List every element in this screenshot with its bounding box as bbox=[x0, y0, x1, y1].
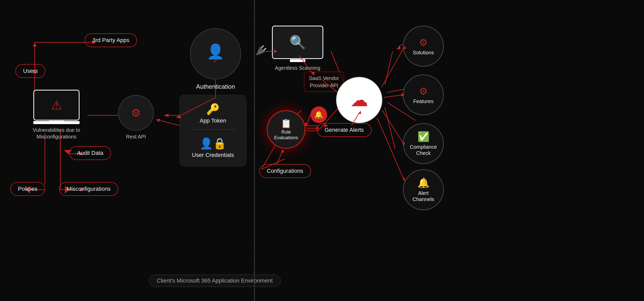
credentials-card-node: 🔑 App Token 👤🔒 User Credentials bbox=[180, 95, 246, 166]
vulnerabilities-monitor: ⚠ bbox=[33, 90, 80, 121]
svg-line-35 bbox=[385, 108, 395, 149]
authentication-node: 👤 ✓ Authentication bbox=[190, 28, 241, 91]
generate-alerts-label: Generate Alerts bbox=[317, 123, 372, 137]
solutions-label: Solutions bbox=[413, 50, 434, 56]
features-icon: ⚙ bbox=[419, 86, 428, 97]
app-token-label: App Token bbox=[200, 117, 226, 124]
rest-api-label: Rest API bbox=[126, 133, 146, 140]
alert-channels-label: AlertChannels bbox=[413, 190, 434, 202]
bell-icon: 🔔 bbox=[314, 111, 323, 119]
vulnerabilities-node: ⚠ Vulnerabilities due toMisconfiguration… bbox=[31, 90, 82, 140]
alert-channels-node: 🔔 AlertChannels bbox=[403, 169, 444, 210]
cloud-icon: ☁ bbox=[350, 89, 368, 111]
svg-marker-50 bbox=[156, 119, 160, 122]
app-token-section: 🔑 App Token bbox=[190, 103, 236, 129]
cloud-main-node: ☁ bbox=[336, 77, 382, 123]
rest-api-circle: ⚙ bbox=[118, 95, 154, 131]
user-lock-icon: 👤🔒 bbox=[200, 137, 226, 150]
authentication-label: Authentication bbox=[196, 83, 235, 91]
3rd-party-apps-label: 3rd Party Apps bbox=[85, 33, 137, 47]
bell-circle: 🔔 bbox=[310, 106, 327, 123]
misconfigurations-node: Misconfigurations bbox=[59, 182, 118, 196]
magnify-icon: 🔍 bbox=[289, 35, 306, 50]
svg-marker-10 bbox=[164, 114, 169, 117]
svg-marker-28 bbox=[396, 45, 400, 49]
configurations-label: Configurations bbox=[259, 164, 311, 178]
env-label: Client's Microsoft 365 Application Envir… bbox=[149, 275, 281, 287]
svg-line-65 bbox=[384, 95, 403, 97]
svg-line-61 bbox=[277, 151, 282, 164]
generate-alerts-node: Generate Alerts bbox=[317, 123, 372, 137]
svg-line-27 bbox=[385, 51, 393, 85]
features-circle: ⚙ Features bbox=[403, 74, 444, 115]
rule-eval-icon: 📋 bbox=[281, 118, 291, 128]
compliance-check-node: ✅ ComplianceCheck bbox=[403, 123, 444, 164]
svg-line-67 bbox=[382, 110, 404, 144]
svg-line-55 bbox=[307, 114, 310, 126]
cloud-circle: ☁ bbox=[336, 77, 382, 123]
solutions-icon: ⚙ bbox=[419, 37, 428, 48]
policies-label: Policies bbox=[10, 182, 45, 196]
compliance-icon: ✅ bbox=[417, 131, 430, 142]
vulnerabilities-label: Vulnerabilities due toMisconfigurations bbox=[31, 127, 82, 140]
policies-node: Policies bbox=[10, 182, 45, 196]
rule-evaluations-circle: 📋 RuleEvaluations bbox=[267, 110, 305, 149]
bell-notification-node: 🔔 bbox=[310, 106, 327, 123]
alert-channels-icon: 🔔 bbox=[417, 177, 430, 188]
users-node: Users bbox=[15, 64, 45, 78]
saas-vendor-text: SaaS VendorProvider API bbox=[309, 75, 339, 88]
credentials-card: 🔑 App Token 👤🔒 User Credentials bbox=[180, 95, 246, 166]
env-label-text: Client's Microsoft 365 Application Envir… bbox=[157, 277, 273, 284]
users-label: Users bbox=[15, 64, 45, 78]
audit-data-label: Audit Data bbox=[69, 146, 111, 160]
diagram-container: 3rd Party Apps Users ⚠ Vulnerabilities d… bbox=[0, 0, 644, 301]
compliance-circle: ✅ ComplianceCheck bbox=[403, 123, 444, 164]
gear-refresh-icon: ⚙ bbox=[131, 107, 141, 119]
key-icon: 🔑 bbox=[206, 103, 220, 115]
svg-line-49 bbox=[160, 121, 180, 126]
3rd-party-apps-node: 3rd Party Apps bbox=[85, 33, 137, 47]
plug-node: 🔌 bbox=[255, 45, 267, 56]
user-credentials-label: User Credentials bbox=[192, 152, 234, 158]
divider-line bbox=[254, 0, 255, 301]
svg-marker-62 bbox=[281, 149, 284, 153]
rule-evaluations-label: RuleEvaluations bbox=[274, 129, 298, 141]
warning-icon: ⚠ bbox=[51, 98, 62, 112]
plug-icon: 🔌 bbox=[256, 45, 267, 56]
agentless-monitor: 🔍 bbox=[272, 26, 323, 59]
svg-marker-36 bbox=[400, 152, 403, 156]
check-icon: ✓ bbox=[213, 57, 218, 65]
misconfigurations-label: Misconfigurations bbox=[59, 182, 118, 196]
alert-channels-circle: 🔔 AlertChannels bbox=[403, 169, 444, 210]
svg-line-63 bbox=[382, 47, 404, 87]
configurations-node: Configurations bbox=[259, 164, 311, 178]
user-credentials-section: 👤🔒 User Credentials bbox=[192, 135, 234, 158]
solutions-node: ⚙ Solutions bbox=[403, 26, 444, 67]
agentless-label: Agentless Scanning bbox=[275, 65, 320, 71]
compliance-label: ComplianceCheck bbox=[410, 144, 437, 156]
svg-line-69 bbox=[377, 118, 404, 179]
features-label: Features bbox=[413, 98, 434, 104]
authentication-circle: 👤 ✓ bbox=[190, 28, 241, 79]
solutions-circle: ⚙ Solutions bbox=[403, 26, 444, 67]
audit-data-node: Audit Data bbox=[69, 146, 111, 160]
rule-evaluations-node: 📋 RuleEvaluations bbox=[267, 110, 305, 149]
svg-marker-1 bbox=[33, 42, 36, 47]
agentless-scanning-node: 🔍 Agentless Scanning bbox=[272, 26, 323, 71]
rest-api-node: ⚙ Rest API bbox=[118, 95, 154, 140]
features-node: ⚙ Features bbox=[403, 74, 444, 115]
